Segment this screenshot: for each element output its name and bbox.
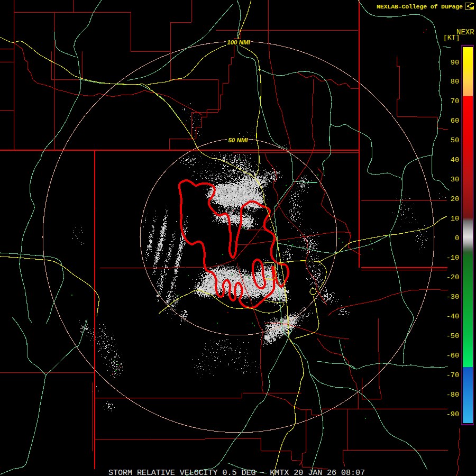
svg-text:-90: -90 — [446, 410, 459, 418]
svg-text:-30: -30 — [446, 293, 459, 301]
svg-text:30: 30 — [451, 176, 459, 184]
svg-text:10: 10 — [451, 215, 459, 223]
svg-text:-40: -40 — [446, 313, 459, 321]
svg-text:50 NMI: 50 NMI — [228, 137, 248, 143]
svg-text:-70: -70 — [446, 371, 459, 379]
svg-text:-60: -60 — [446, 352, 459, 360]
svg-text:[KT]: [KT] — [443, 34, 460, 42]
svg-text:90: 90 — [451, 59, 459, 67]
svg-text:STORM RELATIVE VELOCITY 0.5 DE: STORM RELATIVE VELOCITY 0.5 DEG - KMTX 2… — [108, 469, 365, 476]
svg-text:100 NMI: 100 NMI — [227, 39, 250, 45]
svg-text:-50: -50 — [446, 332, 459, 340]
svg-text:-10: -10 — [446, 254, 459, 262]
svg-text:-20: -20 — [446, 273, 459, 281]
svg-text:40: 40 — [451, 156, 459, 164]
svg-text:70: 70 — [451, 97, 459, 105]
svg-text:NEXLAB-College of DuPage: NEXLAB-College of DuPage — [377, 3, 463, 10]
svg-text:20: 20 — [451, 195, 459, 203]
svg-text:80: 80 — [451, 78, 459, 86]
svg-text:60: 60 — [451, 117, 459, 125]
svg-text:50: 50 — [451, 136, 459, 144]
svg-text:0: 0 — [455, 234, 459, 242]
svg-text:-80: -80 — [446, 391, 459, 399]
